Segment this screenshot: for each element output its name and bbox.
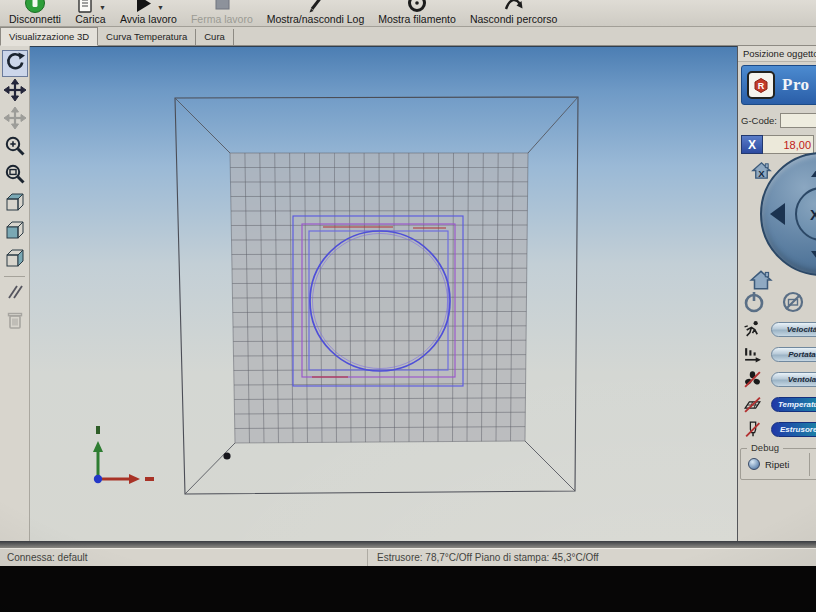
repeat-radio-label: Ripeti [765,459,789,470]
repetier-logo-icon: R [747,71,775,99]
object-position-panel: Posizione oggetto R Pro G-Code: X 18,00 [737,46,816,541]
gcode-row: G-Code: [741,112,816,129]
tab-temperature-curve[interactable]: Curva Temperatura [98,29,196,45]
banner-text: Pro [782,75,810,95]
debug-group-label: Debug [747,442,783,453]
toolbar-button-start-job[interactable]: ▼ Avvia lavoro [120,0,177,26]
toolbar-button-load[interactable]: ▼ Carica [75,0,106,26]
repetier-pro-banner[interactable]: R Pro [741,65,816,105]
viewport-3d[interactable] [30,46,737,541]
hide-travel-icon [503,0,525,13]
parallel-projection-button[interactable] [2,280,28,307]
load-file-icon [75,0,95,13]
speed-button[interactable]: Velocità [771,322,816,337]
speed-icon [741,320,763,339]
show-filament-icon [406,0,428,13]
debug-groupbox: Debug Ripeti [740,448,816,480]
toolbar-label: Avvia lavoro [120,13,177,26]
connect-icon [24,0,46,13]
jog-left-icon[interactable] [770,203,785,225]
svg-text:R: R [758,81,765,91]
tab-cura[interactable]: Cura [196,29,234,45]
move-icon [4,79,26,105]
trash-icon [4,309,26,335]
view-iso-icon [4,191,26,217]
rotate-view-button[interactable] [2,50,28,77]
main-toolbar: Disconnetti ▼ Carica ▼ Avvia [0,0,816,27]
debug-radio-row: Ripeti [748,458,789,470]
bed-temp-button[interactable]: Temperatura [771,397,816,412]
gcode-combobox[interactable] [780,113,816,128]
fan-icon [741,370,763,389]
flow-icon [741,345,763,364]
zoom-reset-button[interactable] [2,162,28,189]
toolbar-button-show-filament[interactable]: Mostra filamento [378,0,456,26]
toolbar-label: Disconnetti [9,13,61,26]
view-iso-button[interactable] [2,190,28,217]
zoom-in-button[interactable] [2,134,28,161]
toggle-log-icon [306,0,326,13]
fan-button[interactable]: Ventola [771,372,816,387]
repeat-radio[interactable] [748,458,760,470]
toolbar-label: Carica [75,13,105,26]
view-top-icon [4,247,26,273]
toolbar-button-toggle-log[interactable]: Mostra/nascondi Log [267,0,364,26]
axis-x-badge: X [741,135,763,154]
temperature-status: Estrusore: 78,7°C/Off Piano di stampa: 4… [368,552,816,563]
start-job-icon [133,0,153,13]
extruder-temp-row: Estrusore 1 [741,419,816,439]
printer-action-row [742,290,816,318]
axis-x-value-field[interactable]: 18,00 [763,135,814,154]
toolbar-label: Ferma lavoro [191,13,253,26]
stop-job-icon [212,0,232,13]
app-window: Disconnetti ▼ Carica ▼ Avvia [0,0,816,566]
screen-photo: Disconnetti ▼ Carica ▼ Avvia [0,0,816,612]
extruder-icon [741,420,763,439]
flow-button[interactable]: Portata [771,347,816,362]
jog-up-icon[interactable] [811,162,816,177]
print-bed-scene [30,47,736,542]
move-object-icon [4,107,26,133]
rotate-icon [4,51,26,77]
bed-temp-icon [741,395,763,414]
tab-3d-view[interactable]: Visualizzazione 3D [0,27,98,46]
move-view-button[interactable] [2,78,28,105]
status-bar: Connessa: default Estrusore: 78,7°C/Off … [0,548,816,566]
move-object-button[interactable] [2,106,28,133]
tool-divider [4,276,25,277]
view-front-button[interactable] [2,218,28,245]
toolbar-label: Mostra/nascondi Log [267,13,364,26]
panel-title: Posizione oggetto [738,46,816,62]
zoom-reset-icon [4,163,26,189]
toolbar-label: Nascondi percorso [470,13,558,26]
view-front-icon [4,219,26,245]
zoom-in-icon [4,135,26,161]
toolbar-button-stop-job: Ferma lavoro [191,0,253,26]
delete-object-button [2,308,28,335]
power-icon[interactable] [742,290,766,318]
fan-row: Ventola [741,369,816,389]
jog-pad-center[interactable]: X/Y [795,187,816,241]
disable-motors-icon[interactable] [781,290,805,318]
speed-row: Velocità [741,319,816,339]
axis-x-row: X 18,00 [741,135,814,154]
toolbar-button-hide-travel[interactable]: Nascondi percorso [470,0,558,26]
window-bottom-edge [0,541,816,548]
main-area: Posizione oggetto R Pro G-Code: X 18,00 [0,46,816,541]
dropdown-caret-icon[interactable]: ▼ [99,3,106,13]
extruder-temp-button[interactable]: Estrusore 1 [771,422,816,437]
view-tabbar: Visualizzazione 3D Curva Temperatura Cur… [0,27,816,46]
view-top-button[interactable] [2,246,28,273]
svg-text:X: X [758,168,765,179]
gcode-label: G-Code: [741,115,777,126]
toolbar-button-disconnect[interactable]: Disconnetti [9,0,61,26]
view-tool-column [0,46,30,541]
debug-separator [809,453,810,476]
toolbar-label: Mostra filamento [378,13,456,26]
flow-row: Portata [741,344,816,364]
parallel-projection-icon [4,281,26,307]
bed-temp-row: Temperatura [741,394,816,414]
dropdown-caret-icon[interactable]: ▼ [157,3,164,13]
jog-down-icon[interactable] [811,251,816,266]
connection-status: Connessa: default [0,549,368,566]
